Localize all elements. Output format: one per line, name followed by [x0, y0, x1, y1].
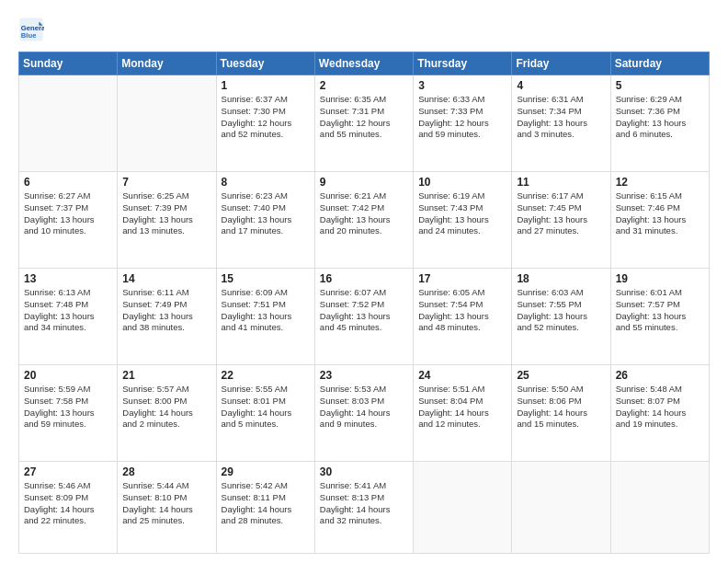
day-info: Sunrise: 5:51 AM Sunset: 8:04 PM Dayligh… — [418, 384, 506, 431]
day-info: Sunrise: 5:53 AM Sunset: 8:03 PM Dayligh… — [320, 384, 408, 431]
day-number: 5 — [616, 79, 704, 92]
day-info: Sunrise: 6:27 AM Sunset: 7:37 PM Dayligh… — [24, 190, 112, 237]
day-number: 2 — [320, 79, 408, 92]
week-row-2: 6Sunrise: 6:27 AM Sunset: 7:37 PM Daylig… — [19, 171, 710, 268]
day-number: 4 — [517, 79, 605, 92]
calendar-table: SundayMondayTuesdayWednesdayThursdayFrid… — [18, 52, 710, 554]
day-number: 20 — [24, 369, 112, 382]
calendar-cell: 7Sunrise: 6:25 AM Sunset: 7:39 PM Daylig… — [118, 171, 216, 268]
calendar-cell: 27Sunrise: 5:46 AM Sunset: 8:09 PM Dayli… — [19, 461, 118, 553]
week-row-1: 1Sunrise: 6:37 AM Sunset: 7:30 PM Daylig… — [19, 75, 710, 172]
calendar-cell: 12Sunrise: 6:15 AM Sunset: 7:46 PM Dayli… — [610, 171, 709, 268]
day-info: Sunrise: 6:33 AM Sunset: 7:33 PM Dayligh… — [418, 94, 506, 141]
day-info: Sunrise: 6:07 AM Sunset: 7:52 PM Dayligh… — [320, 287, 408, 334]
calendar-cell: 20Sunrise: 5:59 AM Sunset: 7:58 PM Dayli… — [19, 364, 118, 461]
day-info: Sunrise: 6:17 AM Sunset: 7:45 PM Dayligh… — [517, 190, 605, 237]
svg-text:Blue: Blue — [21, 31, 37, 40]
day-info: Sunrise: 5:59 AM Sunset: 7:58 PM Dayligh… — [24, 384, 112, 431]
calendar-cell: 28Sunrise: 5:44 AM Sunset: 8:10 PM Dayli… — [118, 461, 216, 553]
day-number: 23 — [320, 369, 408, 382]
day-info: Sunrise: 6:35 AM Sunset: 7:31 PM Dayligh… — [320, 94, 408, 141]
day-info: Sunrise: 6:03 AM Sunset: 7:55 PM Dayligh… — [517, 287, 605, 334]
calendar-cell: 1Sunrise: 6:37 AM Sunset: 7:30 PM Daylig… — [216, 75, 314, 172]
week-row-5: 27Sunrise: 5:46 AM Sunset: 8:09 PM Dayli… — [19, 461, 710, 553]
logo: General Blue — [18, 17, 48, 42]
day-info: Sunrise: 5:50 AM Sunset: 8:06 PM Dayligh… — [517, 384, 605, 431]
day-number: 21 — [122, 369, 210, 382]
calendar-cell: 5Sunrise: 6:29 AM Sunset: 7:36 PM Daylig… — [610, 75, 709, 172]
day-info: Sunrise: 6:15 AM Sunset: 7:46 PM Dayligh… — [616, 190, 704, 237]
calendar-cell: 17Sunrise: 6:05 AM Sunset: 7:54 PM Dayli… — [414, 268, 512, 364]
calendar-cell: 18Sunrise: 6:03 AM Sunset: 7:55 PM Dayli… — [512, 268, 610, 364]
weekday-header-thursday: Thursday — [414, 52, 512, 75]
calendar-cell: 4Sunrise: 6:31 AM Sunset: 7:34 PM Daylig… — [512, 75, 610, 172]
header: General Blue — [18, 17, 710, 42]
calendar-cell — [512, 461, 610, 553]
day-number: 16 — [320, 272, 408, 285]
day-info: Sunrise: 5:44 AM Sunset: 8:10 PM Dayligh… — [122, 480, 210, 527]
day-number: 27 — [24, 465, 112, 478]
day-number: 1 — [222, 79, 310, 92]
day-number: 17 — [418, 272, 506, 285]
calendar-cell: 13Sunrise: 6:13 AM Sunset: 7:48 PM Dayli… — [19, 268, 118, 364]
day-info: Sunrise: 6:13 AM Sunset: 7:48 PM Dayligh… — [24, 287, 112, 334]
weekday-header-saturday: Saturday — [610, 52, 709, 75]
day-info: Sunrise: 5:42 AM Sunset: 8:11 PM Dayligh… — [222, 480, 310, 527]
day-number: 25 — [517, 369, 605, 382]
day-number: 8 — [222, 176, 310, 189]
calendar-cell: 24Sunrise: 5:51 AM Sunset: 8:04 PM Dayli… — [414, 364, 512, 461]
day-number: 15 — [222, 272, 310, 285]
day-info: Sunrise: 6:19 AM Sunset: 7:43 PM Dayligh… — [418, 190, 506, 237]
day-info: Sunrise: 5:57 AM Sunset: 8:00 PM Dayligh… — [122, 384, 210, 431]
calendar-cell — [118, 75, 216, 172]
day-number: 30 — [320, 465, 408, 478]
day-info: Sunrise: 6:25 AM Sunset: 7:39 PM Dayligh… — [122, 190, 210, 237]
weekday-header-friday: Friday — [512, 52, 610, 75]
weekday-header-tuesday: Tuesday — [216, 52, 314, 75]
calendar-cell: 2Sunrise: 6:35 AM Sunset: 7:31 PM Daylig… — [314, 75, 413, 172]
day-info: Sunrise: 6:37 AM Sunset: 7:30 PM Dayligh… — [222, 94, 310, 141]
day-number: 10 — [418, 176, 506, 189]
day-number: 11 — [517, 176, 605, 189]
day-info: Sunrise: 6:29 AM Sunset: 7:36 PM Dayligh… — [616, 94, 704, 141]
calendar-cell: 10Sunrise: 6:19 AM Sunset: 7:43 PM Dayli… — [414, 171, 512, 268]
day-number: 9 — [320, 176, 408, 189]
calendar-cell: 6Sunrise: 6:27 AM Sunset: 7:37 PM Daylig… — [19, 171, 118, 268]
day-number: 12 — [616, 176, 704, 189]
calendar-cell: 25Sunrise: 5:50 AM Sunset: 8:06 PM Dayli… — [512, 364, 610, 461]
calendar-cell: 16Sunrise: 6:07 AM Sunset: 7:52 PM Dayli… — [314, 268, 413, 364]
weekday-header-row: SundayMondayTuesdayWednesdayThursdayFrid… — [19, 52, 710, 75]
calendar-cell — [610, 461, 709, 553]
day-info: Sunrise: 6:05 AM Sunset: 7:54 PM Dayligh… — [418, 287, 506, 334]
calendar-cell — [414, 461, 512, 553]
day-number: 14 — [122, 272, 210, 285]
day-number: 6 — [24, 176, 112, 189]
day-info: Sunrise: 6:23 AM Sunset: 7:40 PM Dayligh… — [222, 190, 310, 237]
day-info: Sunrise: 5:41 AM Sunset: 8:13 PM Dayligh… — [320, 480, 408, 527]
day-number: 7 — [122, 176, 210, 189]
weekday-header-wednesday: Wednesday — [314, 52, 413, 75]
week-row-3: 13Sunrise: 6:13 AM Sunset: 7:48 PM Dayli… — [19, 268, 710, 364]
day-number: 13 — [24, 272, 112, 285]
day-number: 18 — [517, 272, 605, 285]
logo-icon: General Blue — [18, 17, 44, 42]
calendar-cell: 29Sunrise: 5:42 AM Sunset: 8:11 PM Dayli… — [216, 461, 314, 553]
calendar-cell: 9Sunrise: 6:21 AM Sunset: 7:42 PM Daylig… — [314, 171, 413, 268]
day-info: Sunrise: 6:31 AM Sunset: 7:34 PM Dayligh… — [517, 94, 605, 141]
calendar-cell — [19, 75, 118, 172]
calendar-cell: 26Sunrise: 5:48 AM Sunset: 8:07 PM Dayli… — [610, 364, 709, 461]
day-number: 19 — [616, 272, 704, 285]
calendar-cell: 23Sunrise: 5:53 AM Sunset: 8:03 PM Dayli… — [314, 364, 413, 461]
calendar-cell: 8Sunrise: 6:23 AM Sunset: 7:40 PM Daylig… — [216, 171, 314, 268]
day-number: 28 — [122, 465, 210, 478]
day-info: Sunrise: 5:48 AM Sunset: 8:07 PM Dayligh… — [616, 384, 704, 431]
day-info: Sunrise: 6:01 AM Sunset: 7:57 PM Dayligh… — [616, 287, 704, 334]
day-info: Sunrise: 6:09 AM Sunset: 7:51 PM Dayligh… — [222, 287, 310, 334]
calendar-cell: 14Sunrise: 6:11 AM Sunset: 7:49 PM Dayli… — [118, 268, 216, 364]
calendar-cell: 11Sunrise: 6:17 AM Sunset: 7:45 PM Dayli… — [512, 171, 610, 268]
day-info: Sunrise: 6:11 AM Sunset: 7:49 PM Dayligh… — [122, 287, 210, 334]
calendar-cell: 19Sunrise: 6:01 AM Sunset: 7:57 PM Dayli… — [610, 268, 709, 364]
calendar-cell: 30Sunrise: 5:41 AM Sunset: 8:13 PM Dayli… — [314, 461, 413, 553]
day-number: 26 — [616, 369, 704, 382]
day-info: Sunrise: 6:21 AM Sunset: 7:42 PM Dayligh… — [320, 190, 408, 237]
